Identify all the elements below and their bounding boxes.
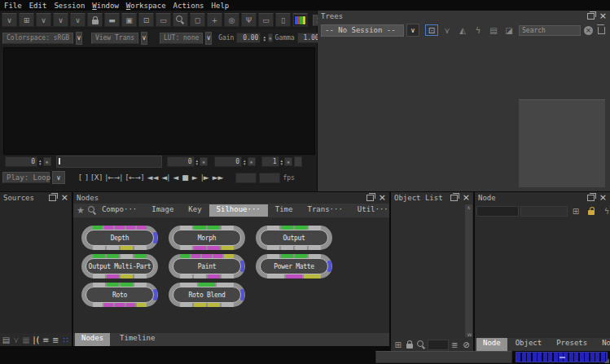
tab-silhoue[interactable]: Silhoue··· bbox=[209, 204, 268, 217]
output-icon[interactable]: ◭ bbox=[456, 24, 469, 36]
dod-button[interactable]: ◻ bbox=[190, 13, 205, 27]
layout-button[interactable]: ⊞ bbox=[19, 13, 34, 27]
timeline-slider[interactable] bbox=[56, 156, 162, 168]
menu-edit[interactable]: Edit bbox=[29, 2, 47, 10]
colorbars-button[interactable] bbox=[292, 13, 308, 27]
tab-compo[interactable]: Compo··· bbox=[94, 204, 144, 217]
play-button[interactable]: ► bbox=[192, 173, 198, 182]
crop-button[interactable]: ▭ bbox=[258, 13, 274, 27]
object-list-scrollbar[interactable]: ∧ ∨∨ bbox=[465, 204, 472, 337]
fps-target-field[interactable] bbox=[259, 173, 280, 183]
list-view-icon[interactable]: ≡ bbox=[42, 334, 50, 345]
sources-float-icon[interactable] bbox=[49, 195, 56, 201]
menu-workspace[interactable]: Workspace bbox=[126, 2, 166, 10]
node-name-field[interactable] bbox=[476, 206, 519, 217]
media-icon[interactable]: ▤ bbox=[487, 24, 500, 36]
gain-reset-button[interactable]: ▪ bbox=[268, 33, 273, 42]
add-object-icon[interactable]: ⊞ bbox=[393, 339, 403, 350]
node-panel-float-icon[interactable] bbox=[587, 195, 595, 201]
node-roto[interactable]: Roto bbox=[81, 283, 158, 307]
colorspace-dropdown[interactable]: Colorspace: sRGB bbox=[2, 33, 73, 44]
rewind-button[interactable]: ◄◄ bbox=[147, 173, 159, 182]
lock-icon[interactable] bbox=[404, 339, 415, 350]
snap-button[interactable] bbox=[294, 156, 302, 167]
tree-icon[interactable]: ⋎ bbox=[11, 334, 20, 345]
pan-reset-button[interactable]: + bbox=[207, 13, 222, 27]
compare-dropdown-button[interactable]: ∨ bbox=[70, 13, 86, 27]
lock-button[interactable] bbox=[87, 13, 103, 27]
range-end-spinner[interactable]: ▴▾ bbox=[244, 159, 246, 165]
gain-field[interactable] bbox=[236, 33, 261, 43]
node-output[interactable]: Output bbox=[256, 226, 332, 250]
film-icon[interactable]: ▦ bbox=[21, 334, 30, 345]
node-depth[interactable]: Depth bbox=[81, 226, 158, 250]
colorspace-chevron-icon[interactable]: ∨ bbox=[76, 32, 82, 45]
favorites-star-icon[interactable]: ★ bbox=[77, 205, 85, 216]
reset-marks-button[interactable]: [X] bbox=[91, 173, 102, 182]
node-panel-close-icon[interactable]: × bbox=[599, 194, 607, 202]
goto-in-button[interactable]: |←→| bbox=[105, 173, 122, 182]
fps-actual-field[interactable] bbox=[235, 173, 257, 183]
trees-float-icon[interactable] bbox=[587, 13, 595, 20]
mark-out-button[interactable]: ] bbox=[86, 173, 89, 182]
node-panel-tab-presets[interactable]: Presets bbox=[550, 338, 594, 351]
object-list-filter-field[interactable] bbox=[428, 340, 449, 350]
sources-close-icon[interactable]: × bbox=[61, 194, 68, 202]
divider-icon[interactable]: ∣( bbox=[31, 334, 40, 345]
gain-spinner[interactable]: ▴▾ bbox=[263, 35, 266, 42]
menu-session[interactable]: Session bbox=[54, 2, 85, 10]
range-start-spinner[interactable]: ▴▾ bbox=[196, 159, 199, 165]
menu-help[interactable]: Help bbox=[212, 2, 230, 10]
tab-image[interactable]: Image bbox=[144, 204, 181, 217]
node-label-field[interactable] bbox=[520, 206, 568, 217]
object-list-float-icon[interactable] bbox=[450, 195, 458, 201]
range-end-reset-button[interactable]: ▪ bbox=[248, 157, 256, 166]
resize-grip-icon[interactable] bbox=[604, 358, 609, 363]
tab-trans[interactable]: Trans··· bbox=[300, 204, 349, 217]
current-frame-field[interactable] bbox=[5, 156, 37, 167]
trees-close-icon[interactable]: × bbox=[599, 12, 607, 20]
session-chevron-icon[interactable]: ∨ bbox=[406, 24, 419, 37]
search-icon[interactable] bbox=[415, 339, 426, 350]
menu-file[interactable]: File bbox=[4, 2, 22, 10]
thumbnail-view-icon[interactable]: ∷ bbox=[61, 334, 70, 345]
tree-icon[interactable]: ⋎ bbox=[441, 24, 454, 36]
frame-reset-button[interactable]: ▪ bbox=[43, 157, 51, 166]
session-dropdown[interactable]: -- No Session -- bbox=[321, 24, 404, 37]
range-start-field[interactable] bbox=[167, 156, 195, 167]
step-field[interactable] bbox=[261, 156, 279, 167]
lut-dropdown[interactable]: LUT: none bbox=[160, 33, 203, 44]
next-frame-button[interactable]: |► bbox=[201, 173, 209, 182]
step-reset-button[interactable]: ▪ bbox=[284, 157, 292, 166]
tab-util[interactable]: Util··· bbox=[350, 204, 396, 217]
footer-tab-nodes[interactable]: Nodes bbox=[75, 333, 110, 346]
rotate-button[interactable]: ◎ bbox=[224, 13, 239, 27]
add-icon[interactable]: ⊞ bbox=[569, 205, 582, 217]
node-power-matte[interactable]: Power Matte bbox=[256, 254, 332, 278]
process-icon[interactable]: ϟ bbox=[600, 205, 610, 217]
layers-icon[interactable]: ≣ bbox=[450, 339, 460, 350]
detail-view-icon[interactable]: ≣ bbox=[51, 334, 60, 345]
display-button[interactable]: ⊡ bbox=[138, 13, 154, 27]
node-roto-blend[interactable]: Roto Blend bbox=[169, 283, 245, 307]
play-back-button[interactable]: ◄ bbox=[173, 173, 178, 182]
lock-icon[interactable] bbox=[585, 205, 598, 217]
display-icon[interactable]: ⊡ bbox=[425, 24, 438, 36]
channel-dropdown-button[interactable]: ∨ bbox=[53, 13, 68, 27]
mark-in-button[interactable]: [ bbox=[79, 173, 82, 182]
range-end-field[interactable] bbox=[214, 156, 242, 167]
menu-window[interactable]: Window bbox=[92, 2, 119, 10]
disable-icon[interactable]: ⊘ bbox=[461, 339, 472, 350]
view-transform-dropdown[interactable]: View Trans bbox=[91, 33, 138, 44]
nodes-float-icon[interactable] bbox=[366, 195, 374, 201]
region-button[interactable]: ▭ bbox=[156, 13, 171, 27]
step-spinner[interactable]: ▴▾ bbox=[281, 159, 283, 165]
search-input[interactable] bbox=[519, 25, 581, 36]
clear-search-icon[interactable]: × bbox=[584, 26, 593, 35]
stereo-dropdown-button[interactable]: ∨ bbox=[36, 13, 51, 27]
play-range-button[interactable]: [←→] bbox=[125, 173, 143, 182]
node-morph[interactable]: Morph bbox=[169, 226, 245, 250]
lut-chevron-icon[interactable]: ∨ bbox=[205, 32, 212, 45]
object-list-close-icon[interactable]: × bbox=[463, 194, 470, 202]
prev-frame-button[interactable]: ◄| bbox=[161, 173, 169, 182]
